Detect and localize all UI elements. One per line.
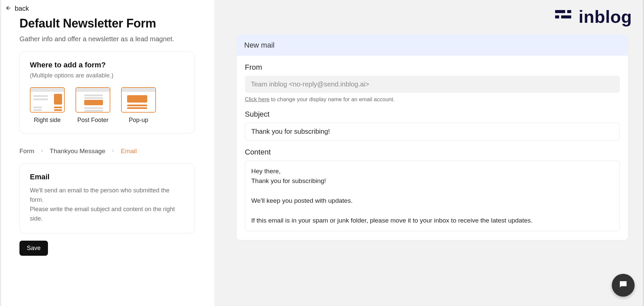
placement-option-popup[interactable]: Pop-up bbox=[121, 87, 156, 124]
placement-note: (Multiple options are available.) bbox=[30, 72, 184, 79]
placement-thumb-right-side bbox=[30, 87, 65, 113]
from-hint: Click here to change your display name f… bbox=[245, 96, 620, 103]
svg-rect-1 bbox=[555, 10, 565, 13]
placement-option-label: Right side bbox=[34, 117, 61, 124]
step-email[interactable]: Email bbox=[121, 147, 137, 155]
email-card: Email We'll send an email to the person … bbox=[19, 164, 195, 233]
chevron-right-icon bbox=[111, 147, 115, 155]
svg-rect-4 bbox=[561, 15, 571, 18]
chat-icon bbox=[618, 280, 628, 291]
mail-editor-card: New mail From Team inblog <no-reply@send… bbox=[237, 35, 628, 240]
placement-option-label: Pop-up bbox=[129, 117, 148, 124]
email-card-description: We'll send an email to the person who su… bbox=[30, 186, 184, 224]
arrow-left-icon bbox=[5, 5, 11, 12]
placement-card: Where to add a form? (Multiple options a… bbox=[19, 52, 195, 133]
email-card-desc-line2: Please write the email subject and conte… bbox=[30, 206, 175, 222]
back-label: back bbox=[15, 5, 29, 12]
step-thankyou[interactable]: Thankyou Message bbox=[50, 147, 105, 155]
content-input[interactable]: Hey there, Thank you for subscribing! We… bbox=[245, 161, 620, 231]
content-label: Content bbox=[245, 148, 620, 157]
change-display-name-link[interactable]: Click here bbox=[245, 96, 269, 102]
placement-title: Where to add a form? bbox=[30, 61, 184, 69]
brand-logo: inblog bbox=[555, 7, 632, 27]
placement-thumb-popup bbox=[121, 87, 156, 113]
email-card-desc-line1: We'll send an email to the person who su… bbox=[30, 187, 169, 203]
placement-option-post-footer[interactable]: Post Footer bbox=[75, 87, 110, 124]
from-field: From Team inblog <no-reply@send.inblog.a… bbox=[245, 63, 620, 103]
placement-option-right-side[interactable]: Right side bbox=[30, 87, 65, 124]
from-label: From bbox=[245, 63, 620, 72]
chat-fab-button[interactable] bbox=[612, 274, 635, 297]
subject-field: Subject Thank you for subscribing! bbox=[245, 110, 620, 140]
placement-thumb-post-footer bbox=[75, 87, 110, 113]
from-input[interactable]: Team inblog <no-reply@send.inblog.ai> bbox=[245, 76, 620, 93]
step-form[interactable]: Form bbox=[19, 147, 34, 155]
placement-options: Right side Post Footer bbox=[30, 87, 184, 124]
brand-logo-icon bbox=[555, 8, 571, 25]
right-panel: inblog New mail From Team inblog <no-rep… bbox=[215, 0, 644, 306]
from-hint-rest: to change your display name for an email… bbox=[269, 96, 394, 102]
chevron-right-icon bbox=[40, 147, 44, 155]
page-title: Default Newsletter Form bbox=[19, 16, 195, 30]
subject-label: Subject bbox=[245, 110, 620, 119]
placement-option-label: Post Footer bbox=[77, 117, 108, 124]
left-panel: back Default Newsletter Form Gather info… bbox=[0, 0, 215, 306]
brand-name: inblog bbox=[579, 7, 632, 27]
save-button[interactable]: Save bbox=[19, 241, 48, 256]
email-card-title: Email bbox=[30, 173, 184, 181]
content-field: Content Hey there, Thank you for subscri… bbox=[245, 148, 620, 231]
subject-input[interactable]: Thank you for subscribing! bbox=[245, 123, 620, 140]
back-button[interactable]: back bbox=[0, 0, 214, 14]
mail-editor-header: New mail bbox=[237, 35, 628, 56]
svg-rect-3 bbox=[555, 15, 559, 18]
page-subtitle: Gather info and offer a newsletter as a … bbox=[19, 35, 195, 43]
svg-rect-2 bbox=[567, 10, 571, 13]
step-nav: Form Thankyou Message Email bbox=[19, 147, 195, 155]
